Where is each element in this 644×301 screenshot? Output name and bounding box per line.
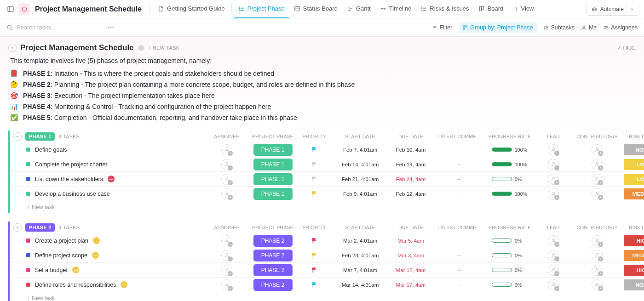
latest-comment[interactable]: – [434, 267, 484, 273]
tab-timeline[interactable]: Timeline [375, 0, 416, 18]
lead-avatar[interactable]: + [548, 188, 559, 199]
col-priority[interactable]: PRIORITY [296, 225, 333, 230]
due-date[interactable]: Feb 24, 4am [388, 176, 434, 182]
contributor-avatar[interactable]: + [592, 279, 603, 290]
tab-board[interactable]: Board [474, 0, 508, 18]
start-date[interactable]: Mar 14, 4:01am [333, 282, 388, 288]
subtasks-button[interactable]: Subtasks [543, 24, 575, 31]
progress-cell[interactable]: 100% [484, 147, 535, 153]
collapse-group-icon[interactable] [13, 132, 22, 141]
search-input[interactable] [17, 24, 99, 31]
col-progress-rate[interactable]: PROGRESS RATE [484, 225, 535, 230]
status-square-icon[interactable] [26, 239, 30, 243]
collapse-group-icon[interactable] [13, 223, 22, 232]
lead-avatar[interactable]: + [548, 250, 559, 261]
assignee-avatar[interactable]: + [221, 235, 232, 246]
progress-cell[interactable]: 0% [484, 267, 535, 273]
group-badge[interactable]: PHASE 1 [25, 132, 55, 141]
col-lead[interactable]: LEAD [535, 134, 572, 139]
lead-avatar[interactable]: + [548, 265, 559, 276]
col-lead[interactable]: LEAD [535, 225, 572, 230]
add-view-button[interactable]: + View [510, 0, 538, 18]
new-task-row[interactable]: + New task [11, 201, 636, 213]
col-risk-level[interactable]: RISK LEVEL [622, 134, 644, 139]
filter-button[interactable]: Filter [432, 24, 453, 31]
due-date[interactable]: Feb 10, 4am [388, 147, 434, 153]
risk-level[interactable]: HIGH [624, 265, 644, 276]
phase-pill[interactable]: PHASE 2 [253, 235, 293, 247]
priority-flag-icon[interactable] [311, 267, 317, 273]
assignee-avatar[interactable]: + [221, 174, 232, 185]
due-date[interactable]: Mar 3, 4am [388, 253, 434, 258]
col-latest-comment[interactable]: LATEST COMME... [434, 225, 484, 230]
phase-pill[interactable]: PHASE 2 [253, 279, 293, 291]
status-square-icon[interactable] [26, 177, 30, 181]
col-latest-comment[interactable]: LATEST COMME... [434, 134, 484, 139]
priority-flag-icon[interactable] [311, 176, 317, 182]
latest-comment[interactable]: – [434, 252, 484, 259]
start-date[interactable]: Feb 7, 4:01am [333, 147, 388, 153]
priority-flag-icon[interactable] [311, 282, 317, 288]
contributor-avatar[interactable]: + [592, 250, 603, 261]
risk-level[interactable]: NONE [624, 144, 644, 155]
risk-level[interactable]: MEDIUM [624, 250, 644, 261]
due-date[interactable]: Mar 5, 4am [388, 238, 434, 244]
task-row[interactable]: Develop a business use case + PHASE 1 Fe… [11, 187, 636, 201]
status-square-icon[interactable] [26, 268, 30, 272]
priority-flag-icon[interactable] [311, 238, 317, 244]
task-row[interactable]: Complete the project charter + PHASE 1 F… [11, 157, 636, 172]
assignee-avatar[interactable]: + [221, 159, 232, 170]
contributor-avatar[interactable]: + [592, 235, 603, 246]
status-square-icon[interactable] [26, 192, 30, 196]
col-contributors[interactable]: CONTRIBUTOR/S [572, 134, 622, 139]
risk-level[interactable]: HIGH [624, 235, 644, 246]
col-due-date[interactable]: DUE DATE [388, 134, 434, 139]
phase-pill[interactable]: PHASE 1 [253, 188, 293, 200]
phase-pill[interactable]: PHASE 1 [253, 159, 293, 170]
priority-flag-icon[interactable] [311, 191, 317, 197]
status-square-icon[interactable] [26, 162, 30, 166]
contributor-avatar[interactable]: + [592, 144, 603, 155]
start-date[interactable]: Feb 21, 4:01am [333, 176, 388, 182]
new-task-button[interactable]: + NEW TASK [148, 45, 180, 51]
assignee-avatar[interactable]: + [221, 250, 232, 261]
risk-level[interactable]: MEDIUM [624, 188, 644, 199]
contributor-avatar[interactable]: + [592, 174, 603, 185]
due-date[interactable]: Mar 12, 4am [388, 267, 434, 273]
start-date[interactable]: Mar 7, 4:01am [333, 267, 388, 273]
col-start-date[interactable]: START DATE [333, 134, 388, 139]
assignee-avatar[interactable]: + [221, 279, 232, 290]
col-project-phase[interactable]: PROJECT PHASE [250, 225, 296, 230]
task-row[interactable]: Create a project plan — + PHASE 2 Mar 2,… [11, 233, 636, 248]
task-row[interactable]: Define project scope — + PHASE 2 Feb 23,… [11, 248, 636, 263]
due-date[interactable]: Feb 19, 4am [388, 162, 434, 167]
risk-level[interactable]: LOW [624, 159, 644, 170]
col-assignee[interactable]: ASSIGNEE [204, 134, 250, 139]
lead-avatar[interactable]: + [548, 144, 559, 155]
col-due-date[interactable]: DUE DATE [388, 225, 434, 230]
start-date[interactable]: Feb 14, 4:01am [333, 162, 388, 167]
latest-comment[interactable]: – [434, 191, 484, 197]
contributor-avatar[interactable]: + [592, 265, 603, 276]
more-options-icon[interactable] [105, 22, 117, 34]
risk-level[interactable]: NONE [624, 279, 644, 290]
me-button[interactable]: Me [581, 24, 597, 31]
priority-flag-icon[interactable] [311, 252, 317, 259]
tab-gantt[interactable]: Gantt [342, 0, 375, 18]
collapse-all-icon[interactable] [8, 44, 17, 52]
assignee-avatar[interactable]: + [221, 188, 232, 199]
latest-comment[interactable]: – [434, 282, 484, 288]
tab-project-phase[interactable]: Project Phase [234, 0, 289, 18]
progress-cell[interactable]: 0% [484, 282, 535, 288]
risk-level[interactable]: LOW [624, 174, 644, 185]
tab-getting-started-guide[interactable]: Getting Started Guide [153, 0, 230, 18]
task-row[interactable]: Set a budget — + PHASE 2 Mar 7, 4:01am M… [11, 263, 636, 278]
new-task-row[interactable]: + New task [11, 292, 636, 301]
task-row[interactable]: List down the stakeholders — + PHASE 1 F… [11, 172, 636, 187]
col-assignee[interactable]: ASSIGNEE [204, 225, 250, 230]
priority-flag-icon[interactable] [311, 161, 317, 168]
project-title[interactable]: Project Management Schedule [35, 5, 142, 13]
lead-avatar[interactable]: + [548, 279, 559, 290]
group-by-button[interactable]: Group by: Project Phase [459, 23, 536, 33]
assignee-avatar[interactable]: + [221, 144, 232, 155]
